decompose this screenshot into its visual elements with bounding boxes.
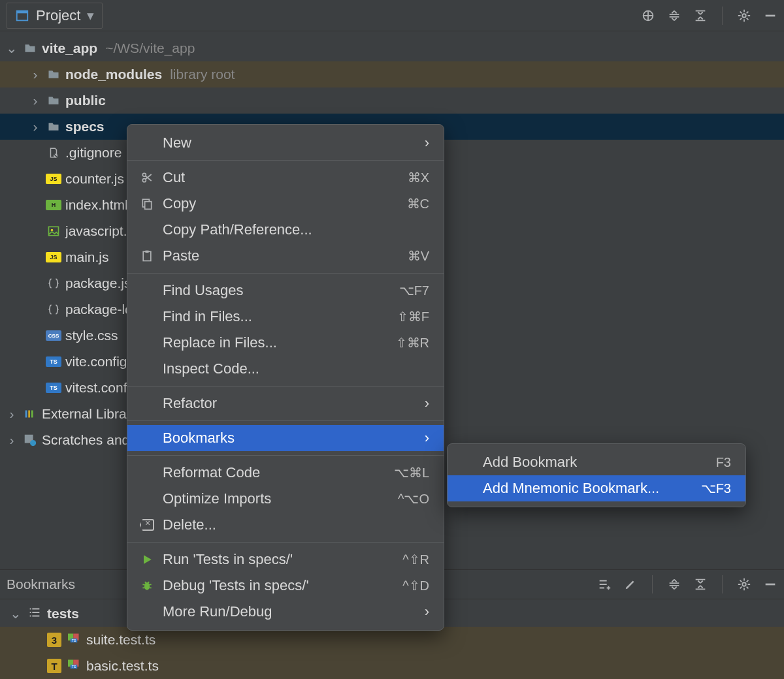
svg-point-27 <box>144 582 150 590</box>
menu-separator <box>127 455 444 456</box>
chevron-down-icon[interactable]: ⌄ <box>9 606 22 622</box>
menu-item[interactable]: More Run/Debug › <box>127 599 444 625</box>
menu-item[interactable]: Copy ⌘C <box>127 191 444 217</box>
chevron-right-icon[interactable]: › <box>5 407 18 420</box>
menu-item[interactable]: Debug 'Tests in specs/' ^⇧D <box>127 573 444 599</box>
image-file-icon <box>46 223 61 239</box>
tree-folder-row[interactable]: › node_modules library root <box>0 61 784 87</box>
svg-rect-24 <box>145 202 152 210</box>
chevron-right-icon: › <box>425 134 429 151</box>
menu-item-label: Cut <box>163 169 185 186</box>
menu-item[interactable]: Find in Files... ⇧⌘F <box>127 304 444 330</box>
bookmarks-submenu[interactable]: Add Bookmark F3 Add Mnemonic Bookmark...… <box>447 443 746 507</box>
bookmark-row[interactable]: T TS basic.test.ts <box>0 653 784 679</box>
chevron-right-icon[interactable]: › <box>5 434 18 447</box>
chevron-right-icon[interactable]: › <box>29 120 42 133</box>
collapse-all-icon[interactable] <box>693 577 708 592</box>
separator <box>652 575 653 593</box>
chevron-right-icon: › <box>425 430 429 447</box>
ts-file-icon: TS <box>46 383 61 393</box>
html-file-icon: H <box>46 200 61 210</box>
menu-item[interactable]: Paste ⌘V <box>127 243 444 269</box>
menu-item[interactable]: Cut ⌘X <box>127 165 444 191</box>
gear-icon[interactable] <box>737 8 751 23</box>
menu-item-label: Replace in Files... <box>163 334 277 351</box>
menu-item-label: Find in Files... <box>163 308 252 325</box>
svg-point-12 <box>742 582 746 586</box>
tree-node-label: counter.js <box>65 171 124 187</box>
chevron-down-icon[interactable]: ⌄ <box>5 42 18 55</box>
tree-folder-row[interactable]: › public <box>0 87 784 114</box>
menu-item[interactable]: Run 'Tests in specs/' ^⇧R <box>127 546 444 573</box>
tree-node-path: ~/WS/vite_app <box>105 40 195 56</box>
bookmark-row[interactable]: 3 TS suite.test.ts <box>0 627 784 653</box>
tree-node-label: public <box>65 93 106 108</box>
chevron-right-icon[interactable]: › <box>29 68 42 81</box>
chevron-right-icon[interactable]: › <box>29 94 42 107</box>
tree-node-label: vite_app <box>42 40 97 56</box>
js-file-icon: JS <box>46 252 61 262</box>
menu-item-shortcut: ^⌥O <box>398 491 429 507</box>
bookmarks-title: Bookmarks <box>7 576 75 592</box>
menu-item-label: Find Usages <box>163 282 244 299</box>
menu-item-label: Refactor <box>163 395 217 412</box>
submenu-item[interactable]: Add Bookmark F3 <box>448 449 745 475</box>
gear-icon[interactable] <box>737 577 751 592</box>
context-menu[interactable]: New › Cut ⌘X Copy ⌘C Copy Path/Reference… <box>127 124 444 631</box>
bookmark-mnemonic-badge: T <box>47 659 61 673</box>
bug-icon <box>139 578 155 593</box>
bookmark-group-label: tests <box>47 606 79 622</box>
bookmark-label: suite.test.ts <box>86 632 155 648</box>
svg-point-6 <box>51 229 53 231</box>
menu-item-icon-slot <box>139 135 155 151</box>
menu-item-label: More Run/Debug <box>163 603 272 620</box>
bookmark-add-icon[interactable] <box>597 577 612 592</box>
menu-item-shortcut: ^⇧D <box>402 578 429 593</box>
svg-rect-26 <box>146 251 149 253</box>
chevron-right-icon: › <box>425 395 429 412</box>
menu-item-shortcut: ⌥F3 <box>701 481 731 496</box>
svg-rect-9 <box>31 411 33 418</box>
menu-item[interactable]: Replace in Files... ⇧⌘R <box>127 330 444 356</box>
svg-text:TS: TS <box>72 639 76 642</box>
menu-separator <box>127 386 444 387</box>
menu-item-label: Bookmarks <box>163 430 235 447</box>
project-view-selector[interactable]: Project ▾ <box>7 3 103 29</box>
toolbar: Project ▾ <box>0 0 784 31</box>
menu-separator <box>127 420 444 421</box>
menu-item-label: Paste <box>163 247 199 264</box>
expand-all-icon[interactable] <box>667 8 681 23</box>
submenu-item[interactable]: Add Mnemonic Bookmark... ⌥F3 <box>448 475 745 501</box>
menu-item-shortcut: ⌥⌘L <box>394 465 429 481</box>
collapse-all-icon[interactable] <box>693 8 708 23</box>
scissors-icon <box>139 170 155 185</box>
select-opened-file-icon[interactable] <box>641 8 655 23</box>
menu-item-label: Copy <box>163 195 196 212</box>
tree-node-label: node_modules <box>65 67 162 82</box>
menu-item[interactable]: Delete... <box>127 512 444 538</box>
expand-all-icon[interactable] <box>667 577 681 592</box>
menu-item[interactable]: Optimize Imports ^⌥O <box>127 486 444 512</box>
menu-item[interactable]: Inspect Code... <box>127 356 444 382</box>
menu-item-icon-slot <box>139 309 155 324</box>
menu-item[interactable]: Reformat Code ⌥⌘L <box>127 460 444 486</box>
json-file-icon <box>46 302 61 317</box>
bookmark-list-icon <box>27 605 42 623</box>
tree-node-label: .gitignore <box>65 145 122 161</box>
menu-item[interactable]: Find Usages ⌥F7 <box>127 277 444 304</box>
minimize-icon[interactable] <box>763 8 777 23</box>
menu-item[interactable]: Refactor › <box>127 390 444 417</box>
edit-icon[interactable] <box>623 577 638 592</box>
menu-item[interactable]: Bookmarks › <box>127 425 444 451</box>
menu-item-shortcut: ⇧⌘R <box>396 335 429 351</box>
minimize-icon[interactable] <box>763 577 777 592</box>
tree-root[interactable]: ⌄ vite_app ~/WS/vite_app <box>0 35 784 61</box>
menu-item-label: Run 'Tests in specs/' <box>163 551 293 568</box>
menu-item-icon-slot <box>139 335 155 351</box>
menu-item-label: Add Bookmark <box>483 454 577 471</box>
menu-item[interactable]: Copy Path/Reference... <box>127 217 444 243</box>
menu-item-shortcut: ⌘C <box>407 196 429 212</box>
ts-file-icon: TS <box>46 356 61 367</box>
chevron-right-icon: › <box>425 603 429 620</box>
menu-item[interactable]: New › <box>127 130 444 156</box>
